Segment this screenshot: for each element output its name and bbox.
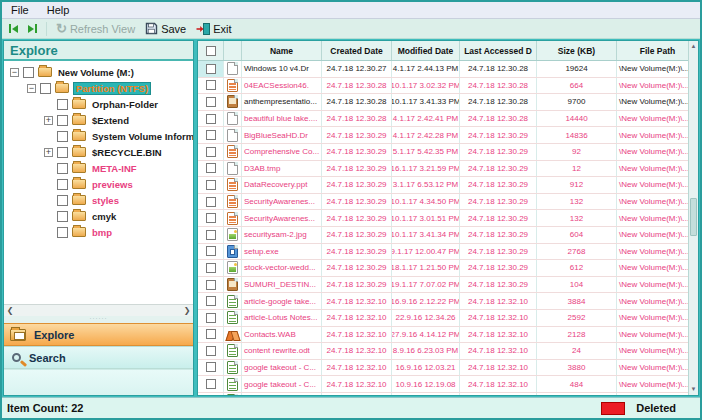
collapse-icon[interactable]: − (10, 68, 19, 77)
scroll-right-icon[interactable]: ❯ (181, 306, 193, 315)
tree-item[interactable]: System Volume Information (4, 128, 193, 144)
panel-splitter[interactable]: ······ (4, 316, 193, 323)
collapse-icon[interactable]: − (27, 84, 36, 93)
row-checkbox[interactable] (206, 313, 216, 323)
table-row[interactable]: 04EACSession46.24.7.18 12.30.2810.1.17 3… (198, 78, 698, 95)
row-checkbox[interactable] (206, 64, 216, 74)
tree-item[interactable]: styles (4, 192, 193, 208)
tree-checkbox[interactable] (57, 211, 68, 222)
table-row[interactable]: google takeout - C...24.7.18 12.32.1016.… (198, 360, 698, 377)
header-file-path[interactable]: File Path (617, 41, 698, 60)
row-checkbox[interactable] (206, 163, 216, 173)
header-created-date[interactable]: Created Date (322, 41, 392, 60)
row-checkbox[interactable] (206, 147, 216, 157)
folder-icon (72, 115, 86, 125)
tree-item[interactable]: Orphan-Folder (4, 96, 193, 112)
search-mode-button[interactable]: Search (4, 346, 193, 369)
nav-last-button[interactable] (25, 20, 40, 38)
scroll-left-icon[interactable]: ❮ (4, 306, 16, 315)
row-checkbox[interactable] (206, 97, 216, 107)
row-checkbox[interactable] (206, 197, 216, 207)
row-checkbox[interactable] (206, 362, 216, 372)
table-row[interactable]: article-google take...24.7.18 12.32.1016… (198, 293, 698, 310)
scroll-down-icon[interactable]: ▼ (691, 384, 697, 395)
row-checkbox[interactable] (206, 296, 216, 306)
row-checkbox[interactable] (206, 263, 216, 273)
row-checkbox[interactable] (206, 213, 216, 223)
table-row[interactable]: article-Lotus Notes...24.7.18 12.32.1022… (198, 310, 698, 327)
vscroll-track[interactable] (689, 52, 698, 384)
tree-checkbox[interactable] (40, 83, 51, 94)
table-row[interactable]: BigBlueSeaHD.Dr24.7.18 12.30.294.1.17 2.… (198, 127, 698, 144)
tree-checkbox[interactable] (57, 115, 68, 126)
tree-item[interactable]: +$RECYCLE.BIN (4, 144, 193, 160)
tree-checkbox[interactable] (57, 99, 68, 110)
header-name[interactable]: Name (242, 41, 322, 60)
expander-spacer (44, 196, 53, 205)
table-row[interactable]: anthempresentatio...24.7.18 12.30.2810.1… (198, 94, 698, 111)
row-checkbox[interactable] (206, 379, 216, 389)
explore-mode-button[interactable]: Explore (4, 323, 193, 346)
menu-file[interactable]: File (2, 3, 38, 17)
table-row[interactable]: Contacts.WAB24.7.18 12.32.1027.9.16 4.14… (198, 327, 698, 344)
table-row[interactable]: D3AB.tmp24.7.18 12.30.2916.1.17 3.21.59 … (198, 161, 698, 178)
tree-item[interactable]: +$Extend (4, 112, 193, 128)
row-checkbox[interactable] (206, 280, 216, 290)
vscroll-thumb[interactable] (690, 198, 697, 236)
tree-item[interactable]: cmyk (4, 208, 193, 224)
cell-created: 24.7.18 12.30.27 (322, 61, 392, 77)
table-row[interactable]: SecurityAwarenes...24.7.18 12.30.2910.1.… (198, 194, 698, 211)
table-row[interactable]: SUMURI_DESTIN...24.7.18 12.30.2919.1.17 … (198, 277, 698, 294)
header-select-all[interactable] (198, 41, 224, 60)
header-modified-date[interactable]: Modified Date (392, 41, 460, 60)
table-row[interactable]: beautiful blue lake....24.7.18 12.30.284… (198, 111, 698, 128)
table-row[interactable]: setup.exe24.7.18 12.30.299.1.17 12.00.47… (198, 244, 698, 261)
row-checkbox[interactable] (206, 230, 216, 240)
header-last-accessed[interactable]: Last Accessed D (460, 41, 537, 60)
tree-checkbox[interactable] (57, 163, 68, 174)
tree-item-label: previews (90, 179, 135, 190)
scroll-track[interactable] (16, 306, 181, 316)
tree-checkbox[interactable] (57, 179, 68, 190)
table-row[interactable]: Comprehensive Co...24.7.18 12.30.295.1.1… (198, 144, 698, 161)
scroll-up-icon[interactable]: ▲ (691, 41, 697, 52)
header-size[interactable]: Size (KB) (537, 41, 617, 60)
row-icon-cell (224, 61, 242, 77)
tree-checkbox[interactable] (57, 195, 68, 206)
expand-icon[interactable]: + (44, 116, 53, 125)
row-checkbox[interactable] (206, 80, 216, 90)
row-checkbox[interactable] (206, 346, 216, 356)
tree-item[interactable]: META-INF (4, 160, 193, 176)
tree-checkbox[interactable] (23, 67, 34, 78)
row-checkbox[interactable] (206, 180, 216, 190)
table-row[interactable]: stock-vector-wedd...24.7.18 12.30.2918.1… (198, 260, 698, 277)
table-vertical-scrollbar[interactable]: ▲ ▼ (688, 41, 698, 395)
tree-item[interactable]: bmp (4, 224, 193, 240)
row-checkbox[interactable] (206, 130, 216, 140)
table-row[interactable]: google takeout - C...24.7.18 12.32.1010.… (198, 376, 698, 393)
header-icon-column (224, 41, 242, 60)
select-all-checkbox[interactable] (206, 46, 216, 56)
row-checkbox[interactable] (206, 114, 216, 124)
row-checkbox[interactable] (206, 329, 216, 339)
table-row[interactable]: DataRecovery.ppt24.7.18 12.30.293.1.17 6… (198, 177, 698, 194)
tree-item[interactable]: −Partition (NTFS) (4, 80, 193, 96)
table-row[interactable]: securitysam-2.jpg24.7.18 12.30.2910.1.17… (198, 227, 698, 244)
exit-button[interactable]: Exit (193, 20, 234, 38)
row-checkbox[interactable] (206, 246, 216, 256)
tree-checkbox[interactable] (57, 227, 68, 238)
nav-first-button[interactable] (6, 20, 21, 38)
table-row[interactable]: content rewrite.odt24.7.18 12.32.108.9.1… (198, 343, 698, 360)
table-row[interactable]: SecurityAwarenes...24.7.18 12.30.2910.1.… (198, 210, 698, 227)
wab-file-icon (227, 328, 238, 341)
tree-item[interactable]: −New Volume (M:) (4, 64, 193, 80)
expand-icon[interactable]: + (44, 148, 53, 157)
tree-checkbox[interactable] (57, 131, 68, 142)
menu-help[interactable]: Help (38, 3, 79, 17)
refresh-view-button[interactable]: ↻ Refresh View (53, 20, 138, 38)
tree-item[interactable]: previews (4, 176, 193, 192)
save-button[interactable]: Save (142, 20, 189, 38)
table-row[interactable]: Google Takeout-E...24.7.18 12.32.1022.9.… (198, 393, 698, 395)
table-row[interactable]: Windows 10 v4.Dr24.7.18 12.30.274.1.17 2… (198, 61, 698, 78)
tree-checkbox[interactable] (57, 147, 68, 158)
